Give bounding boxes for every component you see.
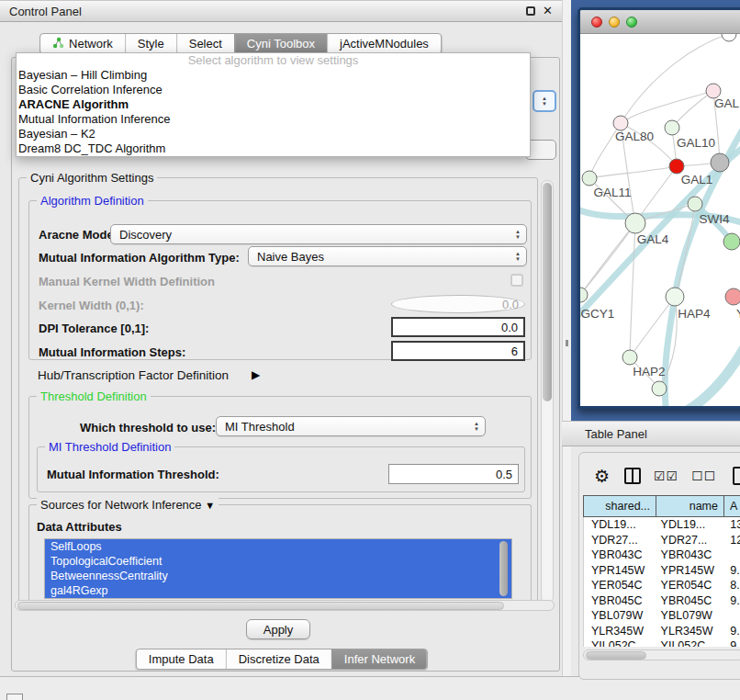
data-attribute-item[interactable]: gal4RGexp — [45, 583, 511, 598]
table-hscrollbar-thumb[interactable] — [586, 651, 646, 660]
algorithm-option[interactable]: Basic Correlation Inference — [17, 83, 530, 97]
settings-group-title: Cyni Algorithm Settings — [27, 171, 157, 185]
dpi-tolerance-field[interactable]: 0.0 — [391, 317, 525, 337]
mi-threshold-definition-title: MI Threshold Definition — [45, 440, 174, 454]
manual-kernel-checkbox[interactable] — [510, 274, 523, 287]
settings-scrollbar[interactable] — [541, 180, 554, 604]
control-panel-title: Control Panel — [9, 5, 526, 18]
table-row[interactable]: YDL19...YDL19...13 — [584, 517, 740, 533]
tab-network[interactable]: Network — [40, 34, 125, 53]
close-traffic-light-icon[interactable] — [591, 17, 602, 28]
data-attribute-item[interactable]: TopologicalCoefficient — [45, 554, 511, 569]
network-node[interactable] — [665, 120, 679, 135]
column-header[interactable]: A — [724, 495, 740, 517]
table-row[interactable]: YIL052CYIL052C9. — [584, 638, 740, 647]
table-row[interactable]: YER054CYER054C8. — [584, 578, 740, 593]
network-node[interactable] — [582, 171, 597, 186]
data-attribute-item[interactable]: BetweennessCentrality — [45, 569, 511, 583]
tab-jactivemnodules[interactable]: jActiveMNodules — [327, 34, 441, 53]
network-window-titlebar[interactable] — [580, 10, 740, 34]
network-node[interactable] — [722, 34, 736, 41]
settings-hscrollbar-thumb[interactable] — [17, 602, 504, 610]
algorithm-option[interactable]: Bayesian – K2 — [17, 127, 530, 141]
panel-corner-icon[interactable] — [6, 694, 23, 700]
table-row[interactable]: YBR043CYBR043C — [584, 548, 740, 563]
network-node[interactable] — [580, 288, 588, 302]
zoom-traffic-light-icon[interactable] — [626, 17, 637, 28]
gear-icon[interactable]: ⚙ — [594, 466, 610, 487]
table-row[interactable]: YLR345WYLR345W9. — [584, 624, 740, 639]
table-row[interactable]: YDR27...YDR27...12 — [584, 533, 740, 548]
table-cell: YBR045C — [657, 593, 725, 609]
network-node[interactable] — [622, 350, 637, 365]
tab-select[interactable]: Select — [176, 34, 234, 53]
network-node[interactable] — [666, 288, 684, 306]
kernel-width-field[interactable]: 0.0 — [391, 295, 525, 313]
column-header[interactable]: shared... — [583, 495, 656, 517]
algorithm-option[interactable]: Mutual Information Inference — [17, 112, 530, 127]
spinner-icon: ▲▼ — [474, 421, 479, 433]
table-cell: YBL079W — [584, 608, 657, 624]
mi-threshold-field[interactable]: 0.5 — [388, 464, 519, 484]
network-node[interactable] — [688, 197, 702, 211]
tab-style[interactable]: Style — [125, 34, 176, 53]
column-layout-icon[interactable] — [624, 468, 641, 484]
network-node[interactable] — [669, 159, 684, 174]
which-threshold-label: Which threshold to use: — [80, 421, 216, 435]
algorithm-definition-group: Algorithm Definition Aracne Mode: Discov… — [28, 200, 532, 360]
column-header[interactable]: name — [656, 495, 724, 517]
apply-button[interactable]: Apply — [246, 619, 310, 639]
network-node-label: GAL11 — [593, 186, 631, 199]
table-cell: 9. — [724, 624, 740, 639]
table-cell: YBR043C — [657, 548, 725, 563]
table-cell: 9. — [724, 563, 740, 579]
network-node[interactable] — [711, 153, 729, 172]
table-cell: 12 — [724, 533, 740, 548]
cyni-algorithm-settings-group: Cyni Algorithm Settings Algorithm Defini… — [18, 177, 538, 604]
minimize-traffic-light-icon[interactable] — [609, 17, 620, 28]
tab-cyni-toolbox[interactable]: Cyni Toolbox — [234, 34, 327, 53]
data-attribute-item[interactable]: SelfLoops — [45, 539, 511, 554]
splitter-handle-icon[interactable] — [566, 340, 568, 346]
tab-infer-network[interactable]: Infer Network — [331, 649, 427, 669]
network-node[interactable] — [725, 288, 740, 305]
settings-scrollbar-thumb[interactable] — [543, 183, 552, 401]
sources-expand-icon[interactable]: ▼ — [205, 500, 215, 511]
algorithm-option[interactable]: ARACNE Algorithm — [17, 97, 530, 112]
tab-impute-data[interactable]: Impute Data — [137, 649, 226, 669]
network-canvas[interactable]: GALGAL80GAL10GAL1GAL11SWI4GAL4GCY1HAP4YH… — [580, 34, 740, 406]
select-all-icon[interactable]: ☑☑ — [654, 469, 678, 483]
inference-algorithm-combo-fragment[interactable]: ▲▼ — [533, 90, 556, 112]
deselect-all-icon[interactable]: ☐☐ — [691, 469, 716, 483]
network-view-window[interactable]: GALGAL80GAL10GAL1GAL11SWI4GAL4GCY1HAP4YH… — [577, 7, 740, 409]
table-row[interactable]: YBR045CYBR045C9. — [584, 593, 740, 609]
table-hscrollbar[interactable] — [583, 649, 740, 660]
tab-network-label: Network — [69, 37, 113, 51]
table-row[interactable]: YBL079WYBL079W — [584, 608, 740, 624]
close-icon[interactable]: ✕ — [543, 6, 553, 16]
hub-collapse-icon[interactable]: ▶ — [252, 368, 260, 381]
settings-hscrollbar[interactable] — [15, 600, 555, 611]
algorithm-option[interactable]: Bayesian – Hill Climbing — [17, 68, 530, 83]
network-node[interactable] — [652, 381, 667, 396]
float-window-icon[interactable] — [526, 6, 535, 16]
tab-discretize-data[interactable]: Discretize Data — [226, 649, 331, 669]
network-node[interactable] — [625, 213, 645, 233]
data-attributes-list[interactable]: SelfLoopsTopologicalCoefficientBetweenne… — [44, 538, 512, 599]
mi-type-combo[interactable]: Naive Bayes ▲▼ — [248, 246, 527, 266]
table-toolbar: ⚙ ☑☑ ☐☐ — [579, 460, 740, 491]
which-threshold-combo[interactable]: MI Threshold ▲▼ — [216, 416, 486, 436]
panel-splitter[interactable] — [562, 0, 571, 676]
aracne-mode-combo[interactable]: Discovery ▲▼ — [110, 224, 527, 244]
network-node[interactable] — [723, 233, 740, 250]
attributes-list-scrollbar[interactable] — [499, 541, 508, 596]
mi-threshold-definition-group: MI Threshold Definition Mutual Informati… — [37, 446, 525, 492]
export-table-icon[interactable] — [733, 467, 740, 485]
algorithm-option[interactable]: Dream8 DC_TDC Algorithm — [17, 141, 530, 156]
bottom-strip — [0, 677, 740, 700]
mi-steps-field[interactable]: 6 — [391, 341, 525, 361]
table-cell: YBR045C — [584, 593, 657, 609]
network-node[interactable] — [613, 116, 628, 130]
network-node-label: Y — [736, 307, 740, 321]
table-row[interactable]: YPR145WYPR145W9. — [584, 563, 740, 579]
